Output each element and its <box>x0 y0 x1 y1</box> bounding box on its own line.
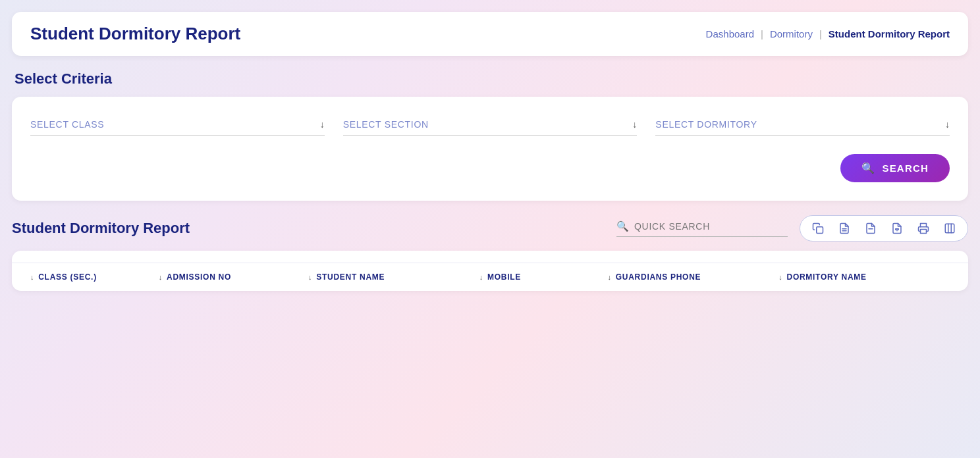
table-card: ↓ CLASS (SEC.) ↓ ADMISSION NO ↓ STUDENT … <box>12 251 968 291</box>
select-section-dropdown[interactable]: SELECT SECTION ↓ <box>343 119 638 136</box>
col-dormitory-label: DORMITORY NAME <box>787 272 867 282</box>
col-header-student[interactable]: ↓ STUDENT NAME <box>308 272 479 282</box>
search-button[interactable]: 🔍 SEARCH <box>840 154 950 182</box>
csv-icon <box>865 222 877 234</box>
pdf-button[interactable] <box>885 218 910 238</box>
select-section-label: SELECT SECTION <box>343 119 429 130</box>
select-class-label: SELECT CLASS <box>30 119 104 130</box>
col-header-guardian[interactable]: ↓ GUARDIANS PHONE <box>608 272 779 282</box>
col-dormitory-arrow-icon: ↓ <box>778 273 782 281</box>
page-title: Student Dormitory Report <box>30 24 240 44</box>
select-dormitory-arrow-icon: ↓ <box>945 119 950 130</box>
excel-button[interactable] <box>832 218 857 238</box>
col-class-label: CLASS (SEC.) <box>38 272 97 282</box>
columns-icon <box>944 222 956 234</box>
breadcrumb-dashboard[interactable]: Dashboard <box>706 28 754 39</box>
print-button[interactable] <box>911 218 936 238</box>
report-title: Student Dormitory Report <box>12 220 190 237</box>
svg-rect-4 <box>921 230 927 234</box>
copy-button[interactable] <box>805 218 830 238</box>
col-guardian-arrow-icon: ↓ <box>608 273 612 281</box>
col-guardian-label: GUARDIANS PHONE <box>616 272 701 282</box>
breadcrumb-separator-1: | <box>761 28 763 39</box>
svg-rect-5 <box>945 224 954 233</box>
excel-icon <box>838 222 850 234</box>
toolbar-buttons <box>800 215 968 242</box>
col-mobile-label: MOBILE <box>487 272 521 282</box>
col-mobile-arrow-icon: ↓ <box>479 273 483 281</box>
col-header-class[interactable]: ↓ CLASS (SEC.) <box>30 272 159 282</box>
col-student-label: STUDENT NAME <box>316 272 385 282</box>
columns-button[interactable] <box>937 218 962 238</box>
col-admission-label: ADMISSION NO <box>167 272 231 282</box>
breadcrumb-separator-2: | <box>819 28 822 39</box>
col-header-mobile[interactable]: ↓ MOBILE <box>479 272 608 282</box>
table-header-row: ↓ CLASS (SEC.) ↓ ADMISSION NO ↓ STUDENT … <box>12 263 968 291</box>
criteria-section-title: Select Criteria <box>12 70 968 88</box>
col-class-arrow-icon: ↓ <box>30 273 34 281</box>
select-class-dropdown[interactable]: SELECT CLASS ↓ <box>30 119 325 136</box>
select-dormitory-dropdown[interactable]: SELECT DORMITORY ↓ <box>655 119 950 136</box>
select-section-arrow-icon: ↓ <box>632 119 637 130</box>
col-header-admission[interactable]: ↓ ADMISSION NO <box>159 272 308 282</box>
svg-rect-0 <box>817 227 823 234</box>
breadcrumb: Dashboard | Dormitory | Student Dormitor… <box>706 28 950 39</box>
quick-search-wrapper: 🔍 <box>616 220 788 237</box>
breadcrumb-dormitory[interactable]: Dormitory <box>770 28 813 39</box>
col-student-arrow-icon: ↓ <box>308 273 312 281</box>
print-icon <box>917 222 929 234</box>
col-header-dormitory[interactable]: ↓ DORMITORY NAME <box>778 272 950 282</box>
report-section: Student Dormitory Report 🔍 <box>12 215 968 291</box>
select-class-arrow-icon: ↓ <box>320 119 325 130</box>
dropdowns-row: SELECT CLASS ↓ SELECT SECTION ↓ SELECT D… <box>30 119 950 136</box>
pdf-icon <box>891 222 903 234</box>
report-header: Student Dormitory Report 🔍 <box>12 215 968 242</box>
select-criteria-section: Select Criteria SELECT CLASS ↓ SELECT SE… <box>12 70 968 201</box>
csv-button[interactable] <box>858 218 883 238</box>
search-button-label: SEARCH <box>882 163 929 174</box>
breadcrumb-current: Student Dormitory Report <box>829 28 950 39</box>
col-admission-arrow-icon: ↓ <box>159 273 163 281</box>
search-icon: 🔍 <box>861 162 875 174</box>
header-card: Student Dormitory Report Dashboard | Dor… <box>12 12 968 56</box>
select-dormitory-label: SELECT DORMITORY <box>655 119 757 130</box>
quick-search-icon: 🔍 <box>616 220 629 232</box>
quick-search-input[interactable] <box>634 221 766 232</box>
search-row: 🔍 SEARCH <box>30 154 950 182</box>
copy-icon <box>812 222 824 234</box>
criteria-card: SELECT CLASS ↓ SELECT SECTION ↓ SELECT D… <box>12 97 968 201</box>
